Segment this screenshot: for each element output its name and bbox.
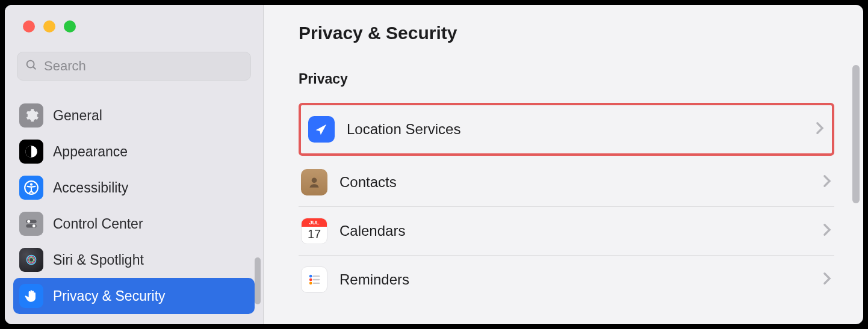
svg-point-11 bbox=[29, 257, 33, 262]
appearance-icon bbox=[19, 140, 43, 164]
svg-point-4 bbox=[30, 183, 33, 185]
sidebar-item-label: Siri & Spotlight bbox=[53, 252, 144, 268]
setting-row-location-services[interactable]: Location Services bbox=[306, 112, 827, 146]
svg-point-15 bbox=[309, 282, 312, 285]
search-container bbox=[5, 32, 263, 91]
calendar-day-label: 17 bbox=[308, 227, 321, 241]
system-settings-window: General Appearance Accessibility Control… bbox=[5, 5, 863, 324]
setting-row-label: Contacts bbox=[339, 174, 810, 191]
search-icon bbox=[25, 58, 38, 74]
setting-row-calendars[interactable]: JUL 17 Calendars bbox=[299, 207, 834, 256]
calendar-icon: JUL 17 bbox=[301, 218, 327, 244]
highlighted-row-location-services: Location Services bbox=[299, 103, 834, 156]
hand-icon bbox=[19, 284, 43, 308]
privacy-settings-group: Location Services Contacts JUL bbox=[299, 103, 834, 304]
svg-point-6 bbox=[27, 220, 30, 223]
chevron-right-icon bbox=[822, 223, 832, 239]
main-scrollbar[interactable] bbox=[852, 65, 860, 203]
svg-point-8 bbox=[33, 224, 36, 227]
sidebar-list: General Appearance Accessibility Control… bbox=[5, 91, 263, 314]
search-input[interactable] bbox=[44, 58, 243, 74]
page-title: Privacy & Security bbox=[299, 23, 834, 43]
chevron-right-icon bbox=[815, 121, 825, 137]
siri-icon bbox=[19, 248, 43, 272]
svg-line-1 bbox=[33, 67, 36, 69]
sidebar-item-accessibility[interactable]: Accessibility bbox=[13, 170, 255, 206]
close-window-button[interactable] bbox=[23, 20, 35, 32]
sidebar: General Appearance Accessibility Control… bbox=[5, 5, 264, 324]
window-controls bbox=[5, 5, 263, 32]
chevron-right-icon bbox=[822, 272, 832, 287]
location-arrow-icon bbox=[308, 116, 335, 143]
svg-point-12 bbox=[312, 177, 317, 183]
sidebar-item-general[interactable]: General bbox=[13, 97, 255, 134]
sidebar-item-label: General bbox=[53, 108, 102, 124]
setting-row-reminders[interactable]: Reminders bbox=[299, 256, 834, 304]
calendar-month-label: JUL bbox=[302, 218, 327, 227]
control-center-icon bbox=[19, 212, 43, 236]
main-content: Privacy & Security Privacy Location Serv… bbox=[264, 5, 863, 324]
sidebar-item-siri-spotlight[interactable]: Siri & Spotlight bbox=[13, 242, 255, 278]
setting-row-contacts[interactable]: Contacts bbox=[299, 158, 834, 207]
reminders-icon bbox=[301, 266, 327, 293]
setting-row-label: Calendars bbox=[339, 223, 810, 239]
accessibility-icon bbox=[19, 176, 43, 200]
search-field[interactable] bbox=[17, 52, 251, 81]
sidebar-item-label: Privacy & Security bbox=[53, 288, 166, 304]
svg-point-14 bbox=[309, 278, 312, 281]
sidebar-item-label: Control Center bbox=[53, 216, 143, 232]
sidebar-scrollbar[interactable] bbox=[255, 257, 261, 304]
sidebar-item-privacy-security[interactable]: Privacy & Security bbox=[13, 278, 255, 314]
minimize-window-button[interactable] bbox=[43, 20, 55, 32]
chevron-right-icon bbox=[822, 174, 832, 190]
sidebar-item-label: Appearance bbox=[53, 144, 128, 160]
sidebar-item-control-center[interactable]: Control Center bbox=[13, 206, 255, 242]
svg-point-13 bbox=[309, 275, 312, 278]
sidebar-item-appearance[interactable]: Appearance bbox=[13, 134, 255, 170]
contacts-icon bbox=[301, 169, 327, 195]
gear-icon bbox=[19, 103, 43, 128]
section-title: Privacy bbox=[299, 71, 834, 87]
maximize-window-button[interactable] bbox=[64, 20, 76, 32]
setting-row-label: Reminders bbox=[339, 271, 810, 288]
setting-row-label: Location Services bbox=[347, 121, 803, 138]
sidebar-item-label: Accessibility bbox=[53, 180, 128, 196]
svg-point-0 bbox=[27, 61, 34, 68]
